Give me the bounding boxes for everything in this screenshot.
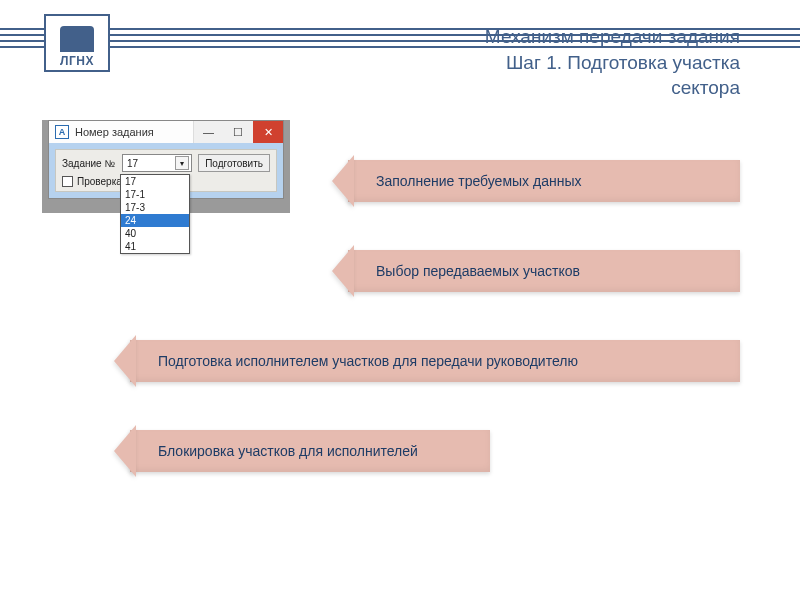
dropdown-option[interactable]: 17 — [121, 175, 189, 188]
banner-text: Блокировка участков для исполнителей — [158, 443, 418, 459]
dialog-window: A Номер задания — ☐ ✕ Задание № 17 ▾ Под… — [48, 120, 284, 199]
window-title-text: Номер задания — [75, 126, 193, 138]
window-controls: — ☐ ✕ — [193, 121, 283, 143]
window-body: Задание № 17 ▾ Подготовить Проверка 17 1… — [49, 143, 283, 198]
title-line3: сектора — [671, 77, 740, 98]
app-icon: A — [55, 125, 69, 139]
step-banner-select-sections: Выбор передаваемых участков — [348, 250, 740, 292]
logo-text: ЛГНХ — [60, 54, 94, 68]
minimize-button[interactable]: — — [193, 121, 223, 143]
title-line2: Шаг 1. Подготовка участка — [506, 52, 740, 73]
chevron-down-icon: ▾ — [175, 156, 189, 170]
check-label: Проверка — [77, 176, 122, 187]
banner-text: Выбор передаваемых участков — [376, 263, 580, 279]
form-panel: Задание № 17 ▾ Подготовить Проверка 17 1… — [55, 149, 277, 192]
logo: ЛГНХ — [44, 14, 110, 72]
step-banner-prepare-sections: Подготовка исполнителем участков для пер… — [130, 340, 740, 382]
dropdown-option[interactable]: 17-3 — [121, 201, 189, 214]
embedded-window-screenshot: A Номер задания — ☐ ✕ Задание № 17 ▾ Под… — [42, 120, 290, 213]
logo-icon — [60, 26, 94, 52]
prepare-button[interactable]: Подготовить — [198, 154, 270, 172]
dropdown-option[interactable]: 41 — [121, 240, 189, 253]
step-banner-fill-data: Заполнение требуемых данных — [348, 160, 740, 202]
dropdown-option[interactable]: 17-1 — [121, 188, 189, 201]
task-number-select[interactable]: 17 ▾ — [122, 154, 192, 172]
window-titlebar: A Номер задания — ☐ ✕ — [49, 121, 283, 143]
title-line1: Механизм передачи задания — [485, 26, 740, 47]
banner-text: Подготовка исполнителем участков для пер… — [158, 353, 578, 369]
maximize-button[interactable]: ☐ — [223, 121, 253, 143]
dropdown-option[interactable]: 40 — [121, 227, 189, 240]
dropdown-option-selected[interactable]: 24 — [121, 214, 189, 227]
task-number-value: 17 — [127, 158, 138, 169]
task-number-label: Задание № — [62, 158, 116, 169]
step-banner-block-sections: Блокировка участков для исполнителей — [130, 430, 490, 472]
task-number-dropdown[interactable]: 17 17-1 17-3 24 40 41 — [120, 174, 190, 254]
check-checkbox[interactable] — [62, 176, 73, 187]
banner-text: Заполнение требуемых данных — [376, 173, 581, 189]
page-title: Механизм передачи задания Шаг 1. Подгото… — [430, 24, 740, 101]
close-button[interactable]: ✕ — [253, 121, 283, 143]
